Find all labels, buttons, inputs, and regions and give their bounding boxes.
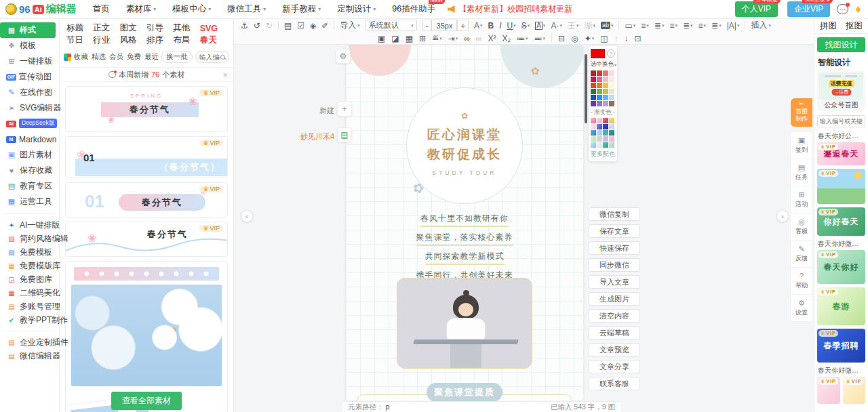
messages-icon[interactable]: ⋯ bbox=[837, 4, 848, 14]
gradient-swatch[interactable] bbox=[603, 124, 608, 129]
scrollbar[interactable] bbox=[585, 54, 587, 123]
sidebar-bottom-item[interactable]: ▤ 企业定制插件 bbox=[0, 335, 59, 349]
template-banner[interactable]: ♛VIP 春季招聘 bbox=[817, 329, 865, 363]
line-height-icon[interactable]: ≝▾ bbox=[432, 35, 442, 43]
color-swatch[interactable] bbox=[603, 101, 608, 106]
material-tab[interactable]: 春天 bbox=[200, 35, 226, 46]
char-border-icon[interactable]: A▾ bbox=[535, 22, 545, 30]
ordered-list-icon[interactable]: ≔▾ bbox=[517, 35, 528, 43]
color-swatch[interactable] bbox=[609, 83, 614, 88]
color-swatch[interactable] bbox=[603, 89, 608, 94]
columns-icon[interactable]: ≣▾ bbox=[711, 22, 722, 30]
material-tab[interactable]: 行业 bbox=[93, 35, 119, 46]
filter-link[interactable]: 免费 bbox=[127, 52, 141, 62]
import-dropdown[interactable]: 导入▾ bbox=[340, 20, 360, 31]
action-button[interactable]: 联系客服 bbox=[589, 377, 640, 390]
color-swatch[interactable] bbox=[591, 101, 596, 106]
filter-link[interactable]: 会员 bbox=[109, 52, 123, 62]
sidebar-tool-item[interactable]: ◲ 免费图库 bbox=[0, 272, 59, 286]
material-tab[interactable]: 引导 bbox=[146, 22, 173, 34]
subscript-icon[interactable]: X₂ bbox=[502, 35, 511, 43]
material-search-input[interactable] bbox=[199, 54, 221, 61]
gradient-swatch[interactable] bbox=[609, 118, 614, 123]
batch-select-icon[interactable]: ☑ bbox=[297, 22, 304, 30]
current-doc-button[interactable]: ▤ bbox=[337, 127, 352, 142]
color-swatch[interactable] bbox=[597, 89, 602, 94]
filter-link[interactable]: 收藏 bbox=[74, 52, 88, 62]
color-swatch[interactable] bbox=[597, 95, 602, 100]
nav-item[interactable]: 首页 bbox=[93, 3, 110, 15]
action-button[interactable]: 文章预览 bbox=[589, 343, 640, 356]
color-swatch[interactable] bbox=[603, 70, 608, 76]
gradient-swatch[interactable] bbox=[609, 136, 614, 142]
gradient-swatch[interactable] bbox=[591, 136, 596, 142]
insert-image-icon[interactable]: ▣ bbox=[378, 35, 385, 43]
template-banner[interactable]: ♛VIP bbox=[817, 169, 865, 204]
action-button[interactable]: 微信复制 bbox=[589, 207, 640, 221]
insert-dropdown[interactable]: 插入▾ bbox=[751, 20, 771, 31]
material-card[interactable]: ♛VIP SPRING 春分节气 ❀ ❀ bbox=[65, 86, 228, 132]
rail-item[interactable]: ⊞ 活动 bbox=[791, 186, 812, 213]
sidebar-tool-item[interactable]: ▤ 免费模板 bbox=[0, 245, 59, 259]
gradient-swatch[interactable] bbox=[609, 124, 614, 129]
material-tab[interactable]: SVG bbox=[200, 24, 226, 33]
action-button[interactable]: 快速保存 bbox=[589, 241, 640, 255]
color-swatch[interactable] bbox=[597, 101, 602, 106]
format-clear-icon[interactable]: ◈ bbox=[310, 22, 316, 30]
logo[interactable]: 96 Ai 编辑器 bbox=[0, 3, 83, 16]
filter-link[interactable]: 最近 bbox=[144, 52, 159, 62]
gradient-swatch[interactable] bbox=[597, 136, 602, 142]
template-banner[interactable]: ♛VIP 春游 bbox=[817, 287, 865, 325]
align-right-icon[interactable]: ≡▾ bbox=[669, 22, 677, 30]
sidebar-item[interactable]: ➢ SVG编辑器 bbox=[0, 100, 59, 116]
paragraph[interactable]: 共同探索教学新模式 bbox=[346, 251, 583, 265]
sidebar-tool-item[interactable]: ▨ 简约风格编辑 bbox=[0, 232, 59, 245]
gradient-swatch[interactable] bbox=[591, 118, 596, 123]
sidebar-tool-item[interactable]: ✦ AI一键排版 bbox=[0, 218, 59, 232]
move-bottom-icon[interactable]: ↓ bbox=[625, 35, 629, 43]
superscript-icon[interactable]: X² bbox=[488, 35, 496, 43]
action-button[interactable]: 保存文章 bbox=[589, 224, 640, 238]
panel-tab[interactable]: 抠图 bbox=[846, 20, 863, 32]
font-family-select[interactable]: 系统默认▾ bbox=[366, 20, 417, 31]
color-swatch[interactable] bbox=[603, 95, 608, 100]
sidebar-tool-item[interactable]: ▦ 二维码美化 bbox=[0, 286, 59, 300]
feed-caption[interactable]: 春天你好微信… bbox=[818, 239, 865, 249]
close-icon[interactable]: × bbox=[222, 70, 228, 80]
vip-button[interactable]: 个人VIP 开年限定 bbox=[735, 1, 778, 17]
color-swatch[interactable] bbox=[597, 83, 602, 88]
fullscreen-icon[interactable]: ⊡ bbox=[635, 35, 642, 43]
collapse-right-button[interactable]: › bbox=[776, 210, 789, 222]
sidebar-item[interactable]: ▦ 运营工具 bbox=[0, 194, 59, 209]
ai-magic-icon[interactable]: ✦▾ bbox=[585, 35, 595, 43]
sidebar-item[interactable]: ⊞ 一键排版 bbox=[0, 54, 59, 69]
italic-icon[interactable]: I bbox=[499, 22, 501, 30]
help-icon[interactable]: ? bbox=[607, 49, 615, 58]
comment-icon[interactable]: ◫ bbox=[600, 35, 608, 43]
cover-maker-tab[interactable]: ✂ 首图 制作 bbox=[791, 98, 812, 127]
first-indent-icon[interactable]: ⇥▾ bbox=[448, 35, 458, 43]
letter-spacing-icon[interactable]: 王▾ bbox=[568, 22, 579, 30]
bold-icon[interactable]: B bbox=[488, 22, 494, 30]
gradient-swatch[interactable] bbox=[609, 142, 614, 148]
feed-caption[interactable]: 春天你好微信… bbox=[818, 366, 865, 375]
color-swatch[interactable] bbox=[591, 95, 596, 100]
vip-gem-icon[interactable]: ♦ bbox=[855, 3, 861, 16]
sidebar-item[interactable]: ▣ 图片素材 bbox=[0, 147, 59, 163]
material-card[interactable] bbox=[65, 261, 228, 412]
upload-image-icon[interactable]: ◪ bbox=[391, 35, 399, 43]
sidebar-item[interactable]: ▤ 教育专区 bbox=[0, 178, 59, 194]
material-card[interactable]: ♛VIP 01 春分节气 ❀ bbox=[65, 182, 228, 218]
format-brush-icon[interactable]: ✐ bbox=[321, 22, 328, 30]
material-card[interactable]: ♛VIP ❀ 01 （春分节气） bbox=[65, 136, 228, 178]
filter-link[interactable]: 精选 bbox=[92, 52, 106, 62]
nav-item[interactable]: 素材库 ▾ bbox=[126, 3, 157, 15]
rail-item[interactable]: ⚙ 设置 bbox=[791, 295, 812, 322]
vip-button[interactable]: 企业VIP 500京东卡 bbox=[787, 1, 830, 17]
gradient-swatch[interactable] bbox=[603, 130, 608, 136]
template-banner[interactable]: ♛VIP bbox=[843, 377, 866, 404]
gradient-swatch[interactable] bbox=[591, 130, 596, 136]
sidebar-bottom-item[interactable]: ▤ 微信编辑器 bbox=[0, 349, 59, 363]
recolor-label[interactable]: 选中换色▾ bbox=[591, 60, 615, 68]
align-left-icon[interactable]: ≡▾ bbox=[641, 22, 649, 30]
